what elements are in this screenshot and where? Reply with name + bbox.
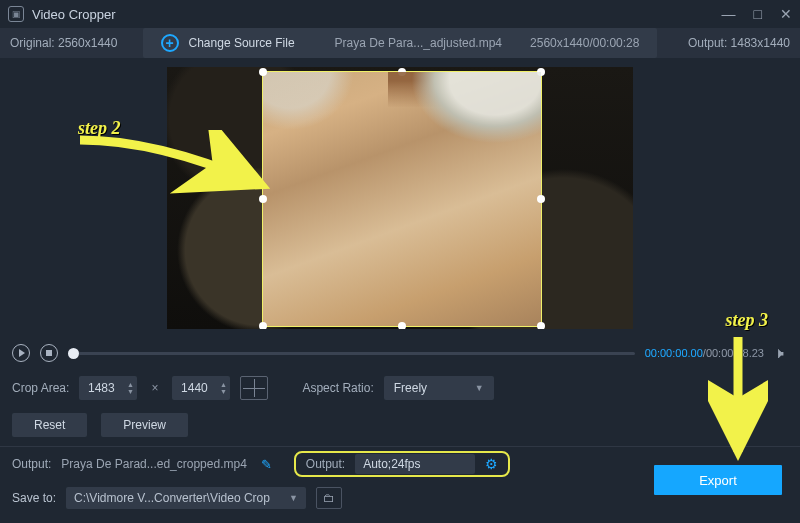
info-strip: Original: 2560x1440 + Change Source File… (0, 28, 800, 58)
volume-icon[interactable]: 🕨 (774, 345, 788, 361)
save-to-label: Save to: (12, 491, 56, 505)
crop-height-field[interactable]: ▲▼ (172, 376, 230, 400)
crop-handle-bl[interactable] (259, 322, 267, 329)
output-settings-text: Auto;24fps (363, 457, 420, 471)
minimize-button[interactable]: — (722, 6, 736, 22)
action-buttons-row: Reset Preview (0, 408, 800, 442)
output-filename: Praya De Parad...ed_cropped.mp4 (61, 457, 246, 471)
crop-handle-tm[interactable] (398, 68, 406, 76)
gear-icon[interactable]: ⚙ (485, 456, 498, 472)
output-settings-label: Output: (306, 457, 345, 471)
preview-area (0, 58, 800, 338)
crop-handle-tl[interactable] (259, 68, 267, 76)
aspect-ratio-value: Freely (394, 381, 427, 395)
plus-icon[interactable]: + (161, 34, 179, 52)
export-button[interactable]: Export (654, 465, 782, 495)
title-bar: ▣ Video Cropper — □ ✕ (0, 0, 800, 28)
output-label: Output: (12, 457, 51, 471)
annotation-step2: step 2 (78, 118, 121, 139)
play-button[interactable] (12, 344, 30, 362)
original-dimensions: Original: 2560x1440 (10, 36, 117, 50)
source-info: 2560x1440/00:00:28 (530, 36, 639, 50)
height-spinner[interactable]: ▲▼ (216, 381, 230, 395)
current-time: 00:00:00.00 (645, 347, 703, 359)
source-filename: Praya De Para..._adjusted.mp4 (335, 36, 502, 50)
preview-button[interactable]: Preview (101, 413, 188, 437)
crop-height-input[interactable] (172, 381, 216, 395)
output-settings-highlight: Output: Auto;24fps ⚙ (294, 451, 510, 477)
transport-bar: 00:00:00.00/00:00 28.23 🕨 (0, 338, 800, 368)
crop-handle-bm[interactable] (398, 322, 406, 329)
timecode-display: 00:00:00.00/00:00 28.23 (645, 347, 764, 359)
reset-button[interactable]: Reset (12, 413, 87, 437)
crop-rectangle[interactable] (262, 71, 542, 327)
save-path-text: C:\Vidmore V...Converter\Video Crop (74, 491, 270, 505)
aspect-ratio-select[interactable]: Freely ▼ (384, 376, 494, 400)
timeline-knob[interactable] (68, 348, 79, 359)
total-time: 00:00 28.23 (706, 347, 764, 359)
stop-button[interactable] (40, 344, 58, 362)
dimension-multiply: × (147, 381, 162, 395)
output-settings-value[interactable]: Auto;24fps (355, 454, 475, 474)
annotation-step3: step 3 (726, 310, 769, 331)
width-spinner[interactable]: ▲▼ (123, 381, 137, 395)
crop-handle-ml[interactable] (259, 195, 267, 203)
open-folder-button[interactable]: 🗀 (316, 487, 342, 509)
crop-area-label: Crop Area: (12, 381, 69, 395)
output-dimensions: Output: 1483x1440 (688, 36, 790, 50)
chevron-down-icon: ▼ (289, 493, 298, 503)
crop-handle-mr[interactable] (537, 195, 545, 203)
edit-filename-icon[interactable]: ✎ (261, 457, 272, 472)
app-title: Video Cropper (32, 7, 116, 22)
crop-handle-br[interactable] (537, 322, 545, 329)
crop-width-input[interactable] (79, 381, 123, 395)
source-bar: + Change Source File Praya De Para..._ad… (143, 28, 658, 58)
close-button[interactable]: ✕ (780, 6, 792, 22)
timeline-slider[interactable] (68, 352, 635, 355)
change-source-button[interactable]: Change Source File (189, 36, 295, 50)
center-crop-button[interactable] (240, 376, 268, 400)
crop-handle-tr[interactable] (537, 68, 545, 76)
aspect-ratio-label: Aspect Ratio: (302, 381, 373, 395)
maximize-button[interactable]: □ (754, 6, 762, 22)
app-icon: ▣ (8, 6, 24, 22)
video-preview[interactable] (167, 67, 633, 329)
save-path-select[interactable]: C:\Vidmore V...Converter\Video Crop ▼ (66, 487, 306, 509)
crop-width-field[interactable]: ▲▼ (79, 376, 137, 400)
chevron-down-icon: ▼ (475, 383, 484, 393)
crop-controls: Crop Area: ▲▼ × ▲▼ Aspect Ratio: Freely … (0, 368, 800, 408)
